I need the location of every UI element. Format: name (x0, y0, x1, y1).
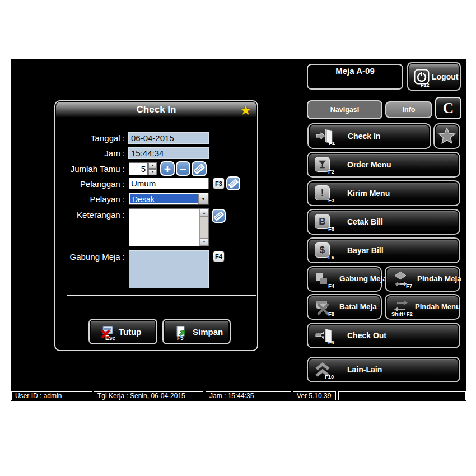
keyboard-button-pelanggan[interactable] (226, 176, 240, 190)
tutup-label: Tutup (119, 327, 142, 337)
nav-shortcut: F6 (328, 254, 334, 260)
keyboard-button-jumlah[interactable] (192, 161, 207, 176)
pelanggan-f3-button[interactable]: F3 (213, 178, 225, 189)
spinner-up-icon[interactable]: ▲ (148, 162, 157, 169)
exclamation-icon: ! (315, 185, 330, 200)
nav-label: Lain-Lain (347, 365, 382, 374)
dialog-titlebar: Check In ★ (56, 102, 256, 117)
scroll-down-icon[interactable]: ▼ (200, 238, 208, 246)
scroll-up-icon[interactable]: ▲ (200, 209, 208, 217)
nav-label: Gabung Meja (339, 274, 387, 283)
nav-label: Bayar Bill (347, 246, 384, 255)
pelayan-selected-value: Desak (130, 194, 198, 203)
table-info-box: Meja A-09 (307, 64, 403, 90)
nav-pindah-menu-button[interactable]: Pindah Menu Shift+F2 (385, 294, 460, 320)
pelanggan-input[interactable] (129, 178, 209, 189)
check-in-dialog: Check In ★ Tanggal : 06-04-2015 Jam : 15… (54, 100, 258, 351)
keyboard-icon (228, 178, 239, 189)
keterangan-textarea[interactable]: ▲ ▼ (129, 208, 209, 246)
nav-label: Batal Meja (339, 302, 377, 311)
statusbar-version: Ver 5.10.39 (293, 391, 336, 400)
nav-gabung-meja-button[interactable]: Gabung Meja F4 (307, 266, 382, 292)
nav-shortcut: F10 (325, 374, 334, 380)
jumlah-tamu-spinner: ▲ ▼ (148, 162, 157, 175)
pelayan-label: Pelayan : (55, 194, 125, 204)
tutup-button[interactable]: Tutup Esc (88, 319, 157, 344)
keterangan-label: Keterangan : (55, 210, 125, 220)
logout-label: Logout (432, 72, 458, 81)
keterangan-scrollbar[interactable]: ▲ ▼ (199, 209, 208, 246)
keyboard-button-keterangan[interactable] (212, 209, 226, 223)
simpan-label: Simpan (193, 327, 223, 337)
nav-shortcut: F7 (406, 283, 412, 289)
merge-tables-icon (315, 272, 329, 289)
nav-shortcut: F3 (328, 197, 334, 203)
nav-label: Pindah Meja (417, 274, 461, 283)
gabung-meja-label: Gabung Meja : (55, 252, 125, 262)
nav-pindah-meja-button[interactable]: Pindah Meja F7 (385, 266, 460, 292)
statusbar-user: User ID : admin (11, 391, 92, 400)
nav-shortcut: F9 (328, 339, 334, 346)
nav-shortcut: Shift+F2 (391, 311, 413, 317)
nav-shortcut: F8 (328, 311, 334, 317)
nav-batal-meja-button[interactable]: Batal Meja F8 (307, 294, 382, 320)
spinner-down-icon[interactable]: ▼ (148, 169, 157, 175)
jumlah-tamu-input[interactable] (129, 162, 148, 175)
gabung-meja-f4-button[interactable]: F4 (213, 251, 225, 262)
keyboard-icon (193, 163, 205, 175)
nav-label: Pindah Menu (415, 302, 460, 311)
table-name: Meja A-09 (308, 65, 402, 78)
simpan-shortcut: F5 (177, 335, 184, 341)
chevron-down-icon[interactable]: ▼ (198, 194, 208, 204)
dialog-divider (67, 295, 256, 296)
c-button[interactable]: C (435, 97, 461, 119)
nav-label: Check Out (347, 331, 386, 340)
keyboard-icon (213, 211, 224, 221)
jam-field: 15:44:34 (128, 147, 209, 159)
nav-shortcut: F4 (328, 283, 334, 289)
nav-check-out-button[interactable]: Check Out F9 (307, 323, 460, 348)
jam-label: Jam : (55, 148, 125, 158)
statusbar-empty-cell (338, 391, 466, 400)
jumlah-tamu-label: Jumlah Tamu : (55, 164, 125, 174)
martini-glass-icon (315, 157, 330, 172)
statusbar-jam: Jam : 15:44:35 (206, 391, 291, 400)
nav-cetak-bill-button[interactable]: B Cetak Bill F5 (307, 209, 460, 235)
tanggal-field: 06-04-2015 (128, 132, 209, 144)
main-panel: Check In ★ Tanggal : 06-04-2015 Jam : 15… (11, 59, 466, 401)
statusbar-tgl-kerja: Tgl Kerja : Senin, 06-04-2015 (94, 391, 203, 400)
nav-bayar-bill-button[interactable]: $ Bayar Bill F6 (307, 237, 460, 263)
tutup-shortcut: Esc (105, 335, 115, 341)
decrement-button[interactable]: − (176, 161, 190, 176)
star-icon (437, 127, 456, 146)
tab-info[interactable]: Info (385, 101, 432, 118)
nav-shortcut: F5 (328, 226, 334, 232)
nav-order-menu-button[interactable]: Order Menu F2 (307, 152, 460, 178)
nav-shortcut: F2 (328, 169, 334, 175)
dollar-icon: $ (315, 242, 330, 258)
nav-kirim-menu-button[interactable]: ! Kirim Menu F3 (307, 180, 460, 206)
increment-button[interactable]: + (160, 161, 175, 176)
nav-check-in-button[interactable]: Check In F1 (307, 123, 431, 149)
nav-label: Check In (348, 132, 380, 141)
pelanggan-label: Pelanggan : (55, 179, 125, 189)
logout-shortcut: F12 (421, 82, 430, 88)
favorite-star-icon: ★ (240, 102, 251, 118)
nav-label: Order Menu (347, 160, 391, 169)
tanggal-label: Tanggal : (55, 133, 125, 143)
simpan-button[interactable]: Simpan F5 (162, 319, 231, 344)
nav-label: Cetak Bill (347, 217, 383, 226)
nav-lain-lain-button[interactable]: Lain-Lain F10 (307, 357, 460, 382)
nav-shortcut: F1 (329, 140, 335, 146)
pelayan-select[interactable]: Desak ▼ (129, 193, 209, 205)
dialog-title: Check In (137, 104, 176, 115)
tab-navigasi[interactable]: Navigasi (307, 100, 382, 119)
favorite-button[interactable] (433, 123, 460, 149)
logout-button[interactable]: Logout F12 (407, 62, 461, 91)
bill-icon: B (315, 214, 330, 229)
nav-label: Kirim Menu (347, 189, 390, 198)
pos-screen: Check In ★ Tanggal : 06-04-2015 Jam : 15… (0, 0, 476, 476)
gabung-meja-listbox[interactable] (129, 250, 209, 288)
